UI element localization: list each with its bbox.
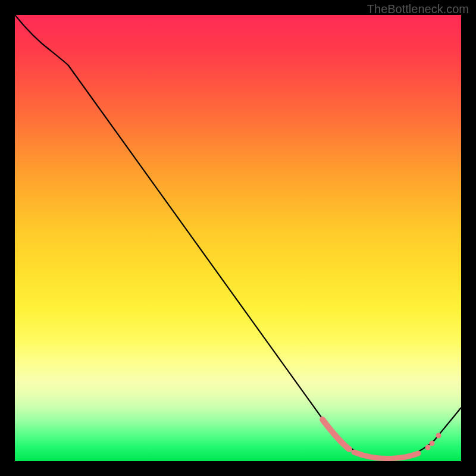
- chart-plot-area: [15, 15, 461, 461]
- chart-curve-svg: [15, 15, 461, 461]
- watermark-text: TheBottleneck.com: [367, 2, 469, 16]
- chart-highlight-bottom: [354, 452, 418, 459]
- chart-highlight-dot: [430, 441, 435, 446]
- chart-highlight-dot: [425, 445, 431, 450]
- chart-main-curve: [15, 15, 461, 459]
- chart-highlight-dot: [436, 433, 441, 439]
- chart-highlight-left: [322, 419, 349, 449]
